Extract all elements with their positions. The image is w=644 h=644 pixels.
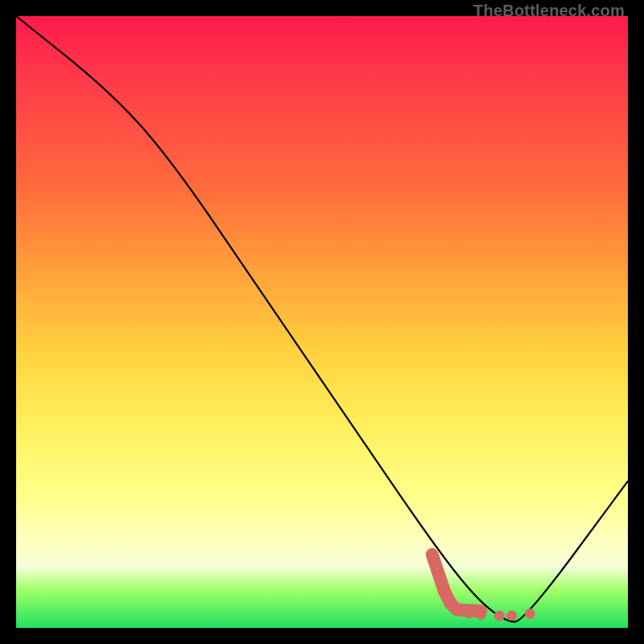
bottleneck-curve-line xyxy=(16,16,628,621)
sweet-spot-marker xyxy=(525,609,535,619)
sweet-spot-marker-group xyxy=(427,549,535,621)
sweet-spot-marker xyxy=(432,568,444,579)
sweet-spot-marker xyxy=(507,611,517,621)
chart-svg xyxy=(16,16,628,628)
sweet-spot-marker xyxy=(451,604,462,615)
sweet-spot-marker xyxy=(477,609,486,619)
sweet-spot-marker xyxy=(464,609,473,618)
sweet-spot-marker xyxy=(427,549,438,560)
sweet-spot-marker xyxy=(439,585,450,597)
sweet-spot-marker xyxy=(494,611,504,621)
